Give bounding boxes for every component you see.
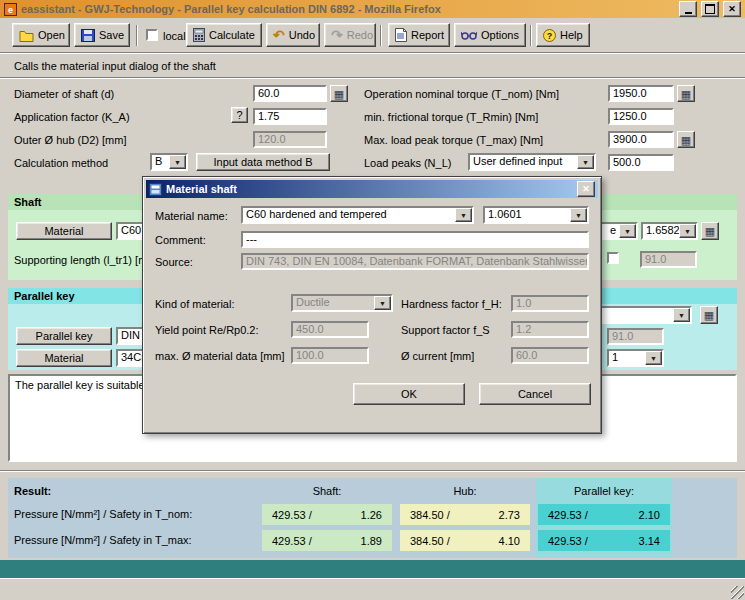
diameter-calculator-button[interactable] bbox=[330, 85, 348, 102]
parallel-key-calculator-button[interactable] bbox=[700, 306, 718, 324]
calculator-icon bbox=[334, 88, 344, 100]
calculator-icon bbox=[681, 134, 691, 146]
nominal-torque-calculator-button[interactable] bbox=[677, 85, 695, 102]
result-value: 429.53 / bbox=[548, 535, 588, 547]
result-value: 2.73 bbox=[499, 509, 520, 521]
peak-torque-input[interactable]: 3900.0 bbox=[608, 131, 674, 148]
app-icon: e bbox=[4, 3, 17, 16]
close-icon: ✕ bbox=[582, 184, 590, 194]
supporting-length-checkbox[interactable] bbox=[607, 252, 619, 264]
redo-button: ↷ Redo bbox=[324, 23, 376, 47]
input-data-method-button[interactable]: Input data method B bbox=[196, 153, 330, 171]
frictional-torque-input[interactable]: 1250.0 bbox=[608, 108, 674, 125]
status-hint-text: Calls the material input dialog of the s… bbox=[14, 59, 216, 73]
application-factor-input[interactable]: 1.75 bbox=[253, 108, 327, 125]
result-value: 1.26 bbox=[361, 509, 382, 521]
application-factor-help-button[interactable]: ? bbox=[231, 107, 248, 123]
load-peaks-select[interactable]: User defined input bbox=[468, 153, 596, 171]
result-row-label: Pressure [N/mm²] / Safety in T_max: bbox=[14, 533, 192, 547]
resize-grip[interactable] bbox=[731, 586, 744, 599]
maximize-button[interactable] bbox=[701, 1, 719, 17]
load-peaks-select-value: User defined input bbox=[470, 155, 577, 169]
dialog-close-button[interactable]: ✕ bbox=[577, 181, 595, 197]
local-checkbox[interactable] bbox=[146, 29, 158, 41]
result-value: 429.53 / bbox=[272, 535, 312, 547]
parallel-key-length-input: 91.0 bbox=[607, 328, 664, 345]
undo-button-label: Undo bbox=[289, 29, 315, 41]
chevron-down-icon bbox=[577, 155, 594, 169]
application-window: e eassistant - GWJ-Technology - Parallel… bbox=[0, 0, 745, 600]
load-peaks-label: Load peaks (N_L) bbox=[364, 156, 451, 170]
current-diameter-input: 60.0 bbox=[511, 347, 589, 364]
shaft-material-number-value: 1.6582 bbox=[643, 224, 679, 238]
result-value: 4.10 bbox=[499, 535, 520, 547]
calc-method-value: B bbox=[152, 155, 169, 169]
peak-torque-label: Max. load peak torque (T_max) [Nm] bbox=[364, 133, 543, 147]
chevron-down-icon bbox=[619, 224, 636, 238]
result-value: 429.53 / bbox=[548, 509, 588, 521]
results-header: Result: bbox=[14, 484, 51, 498]
help-button-label: Help bbox=[560, 29, 583, 41]
parallel-key-button[interactable]: Parallel key bbox=[16, 327, 112, 345]
diameter-label: Diameter of shaft (d) bbox=[14, 87, 114, 101]
cancel-button[interactable]: Cancel bbox=[479, 383, 591, 405]
options-button[interactable]: Options bbox=[454, 23, 526, 47]
result-value: 1.89 bbox=[361, 535, 382, 547]
dialog-titlebar: Material shaft ✕ bbox=[146, 180, 598, 198]
supporting-length-label: Supporting length (l_tr1) [mm] bbox=[14, 253, 160, 267]
report-button[interactable]: Report bbox=[388, 23, 450, 47]
open-button-label: Open bbox=[38, 29, 65, 41]
open-folder-icon bbox=[19, 29, 34, 42]
result-value: 384.50 / bbox=[410, 535, 450, 547]
calculate-button[interactable]: Calculate bbox=[186, 23, 262, 47]
shaft-material-number-select[interactable]: 1.6582 bbox=[641, 222, 698, 240]
comment-input[interactable]: --- bbox=[241, 231, 589, 248]
calculate-button-label: Calculate bbox=[209, 29, 255, 41]
supporting-length-input: 91.0 bbox=[640, 251, 697, 268]
result-hub-tmax-cell: 384.50 / 4.10 bbox=[400, 530, 530, 551]
shaft-material-calculator-button[interactable] bbox=[701, 222, 719, 240]
redo-button-label: Redo bbox=[347, 29, 373, 41]
material-name-select[interactable]: C60 hardened and tempered bbox=[241, 206, 474, 224]
frictional-torque-label: min. frictional torque (T_Rmin) [Nm] bbox=[364, 110, 538, 124]
svg-text:?: ? bbox=[547, 30, 553, 40]
minimize-icon bbox=[685, 12, 692, 14]
toolbar-separator bbox=[530, 25, 532, 46]
dialog-title: Material shaft bbox=[166, 183, 573, 195]
parallel-key-count-value: 1 bbox=[609, 351, 645, 365]
load-peaks-input[interactable]: 500.0 bbox=[608, 154, 674, 171]
window-titlebar: e eassistant - GWJ-Technology - Parallel… bbox=[0, 0, 745, 18]
ok-button[interactable]: OK bbox=[353, 383, 465, 405]
calc-method-label: Calculation method bbox=[14, 156, 108, 170]
close-button[interactable]: ✕ bbox=[723, 1, 741, 17]
material-number-select[interactable]: 1.0601 bbox=[483, 206, 589, 224]
nominal-torque-input[interactable]: 1950.0 bbox=[608, 85, 674, 102]
material-number-value: 1.0601 bbox=[485, 208, 570, 222]
hardness-factor-input: 1.0 bbox=[511, 295, 589, 312]
parallel-key-material-button[interactable]: Material bbox=[16, 349, 112, 367]
kind-of-material-value: Ductile bbox=[293, 296, 374, 310]
calc-method-select[interactable]: B bbox=[150, 153, 188, 171]
diameter-input[interactable]: 60.0 bbox=[253, 85, 327, 102]
page-background-strip bbox=[0, 560, 745, 578]
kind-of-material-label: Kind of material: bbox=[155, 297, 234, 311]
yield-point-input: 450.0 bbox=[291, 321, 369, 338]
parallel-key-count-select[interactable]: 1 bbox=[607, 349, 664, 367]
support-factor-label: Support factor f_S bbox=[401, 323, 490, 337]
undo-button[interactable]: ↶ Undo bbox=[266, 23, 320, 47]
result-hub-tnom-cell: 384.50 / 2.73 bbox=[400, 504, 530, 525]
shaft-material-button[interactable]: Material bbox=[16, 222, 112, 240]
minimize-button[interactable] bbox=[679, 1, 697, 17]
application-factor-label: Application factor (K_A) bbox=[14, 110, 130, 124]
peak-torque-calculator-button[interactable] bbox=[677, 131, 695, 148]
max-diameter-label: max. Ø material data [mm] bbox=[155, 349, 285, 363]
help-button[interactable]: ? Help bbox=[536, 23, 590, 47]
close-icon: ✕ bbox=[728, 4, 736, 14]
open-button[interactable]: Open bbox=[12, 23, 70, 47]
chevron-down-icon bbox=[673, 308, 690, 322]
save-button[interactable]: Save bbox=[74, 23, 130, 47]
results-column-shaft: Shaft: bbox=[262, 484, 392, 498]
result-shaft-tnom-cell: 429.53 / 1.26 bbox=[262, 504, 392, 525]
result-key-tmax-cell: 429.53 / 3.14 bbox=[538, 530, 670, 551]
yield-point-label: Yield point Re/Rp0.2: bbox=[155, 323, 259, 337]
